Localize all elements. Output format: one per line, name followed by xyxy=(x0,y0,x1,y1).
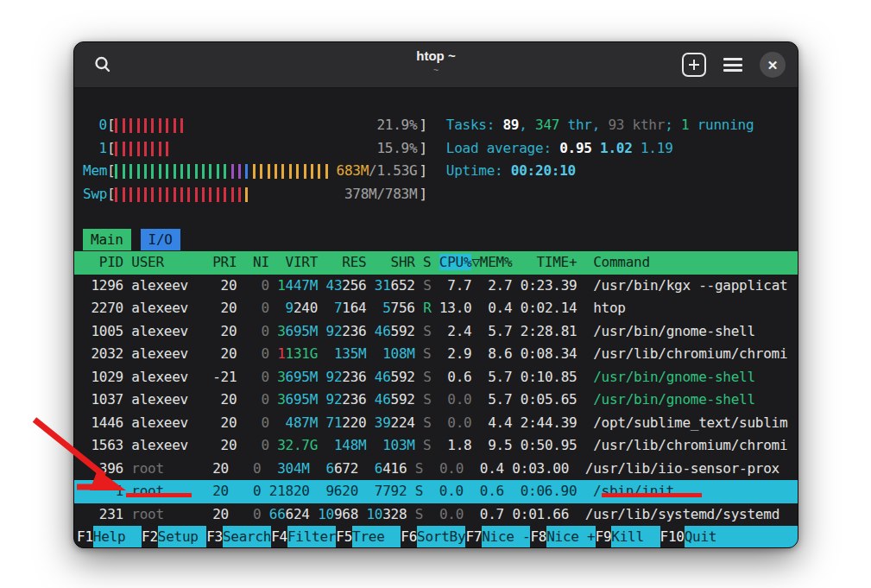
meter-tick xyxy=(325,164,328,179)
meter-tick xyxy=(159,187,161,202)
meter-tick xyxy=(151,164,154,179)
meter-bar: 15.9% xyxy=(115,137,419,161)
fkey-action-nice-[interactable]: Nice - xyxy=(482,526,530,548)
meter-tick xyxy=(159,118,161,133)
console-window: htop ~ ~ ✕ 0[21.9%]Tasks: 89, 347 thr, 9… xyxy=(73,41,798,548)
meter-tick xyxy=(231,164,234,179)
meter-tick xyxy=(137,187,140,202)
new-tab-button[interactable] xyxy=(682,53,706,77)
meters-block: 0[21.9%]Tasks: 89, 347 thr, 93 kthr; 1 r… xyxy=(74,114,798,205)
meter-tick xyxy=(268,164,270,179)
window-title-block: htop ~ ~ xyxy=(416,48,455,75)
meter-tick xyxy=(137,164,140,179)
meter-tick xyxy=(151,187,154,202)
process-row[interactable]: 1005 alexeev 20 0 3695M 92236 46592 S 2.… xyxy=(74,320,798,344)
process-row[interactable]: 2032 alexeev 20 0 1131G 135M 108M S 2.9 … xyxy=(74,343,798,366)
meter-tick xyxy=(224,187,226,202)
process-row[interactable]: 396 root 20 0 304M 6672 6416 S 0.0 0.4 0… xyxy=(74,458,798,481)
process-row[interactable]: 1029 alexeev -21 0 3695M 92236 46592 S 0… xyxy=(74,366,798,389)
fkey-action-search[interactable]: Search xyxy=(223,526,271,548)
fkey-action-setup[interactable]: Setup xyxy=(158,526,206,548)
fkey-action-kill[interactable]: Kill xyxy=(611,526,660,548)
meter-tick xyxy=(144,118,147,133)
fkey-f2[interactable]: F2 xyxy=(142,526,158,548)
meter-tick xyxy=(159,142,161,156)
meter-value-text: 683M/1.53G xyxy=(337,160,418,183)
meter-line-1: 1[15.9%]Load average: 0.95 1.02 1.19 xyxy=(74,137,798,161)
search-button[interactable] xyxy=(90,52,116,78)
process-row[interactable]: 1296 alexeev 20 0 1447M 43256 31652 S 7.… xyxy=(74,275,798,298)
meter-tick xyxy=(209,164,211,179)
screen-tabs: MainI/O xyxy=(74,229,798,252)
meter-tick xyxy=(129,187,132,202)
meter-tick xyxy=(166,118,168,133)
meter-tick xyxy=(245,164,248,179)
fkey-f4[interactable]: F4 xyxy=(271,526,287,548)
meter-tick xyxy=(245,187,248,202)
meter-tick xyxy=(281,164,284,179)
meter-label: Swp xyxy=(83,183,107,206)
meter-tick xyxy=(123,164,125,179)
meter-tick xyxy=(195,187,198,202)
fkey-action-sortby[interactable]: SortBy xyxy=(417,526,465,548)
meter-tick xyxy=(224,164,226,179)
fkey-f5[interactable]: F5 xyxy=(336,526,352,548)
meter-tick xyxy=(144,187,147,202)
meter-tick xyxy=(166,187,168,202)
meter-line-mem: Mem[683M/1.53G]Uptime: 00:20:10 xyxy=(74,160,798,183)
tab-i-o[interactable]: I/O xyxy=(141,229,180,250)
fkey-action-tree[interactable]: Tree xyxy=(352,526,401,548)
fkey-f9[interactable]: F9 xyxy=(596,526,612,548)
meter-tick xyxy=(129,118,132,133)
fkey-action-quit[interactable]: Quit xyxy=(685,526,798,548)
summary-text: Load average: 0.95 1.02 1.19 xyxy=(446,140,673,156)
fkey-f7[interactable]: F7 xyxy=(465,526,482,548)
meter-tick xyxy=(231,187,234,202)
process-row[interactable]: 231 root 20 0 66624 10968 10328 S 0.0 0.… xyxy=(74,503,798,527)
process-row-selected[interactable]: 1 root 20 0 21820 9620 7792 S 0.0 0.6 0:… xyxy=(74,480,798,503)
meter-value-text: 15.9% xyxy=(376,137,417,161)
process-rows: 1296 alexeev 20 0 1447M 43256 31652 S 7.… xyxy=(74,275,798,527)
meter-tick xyxy=(115,164,117,179)
menu-button[interactable] xyxy=(723,58,742,72)
meter-bar: 378M/783M xyxy=(115,183,419,206)
table-header[interactable]: PID USER PRI NI VIRT RES SHR S CPU%▽MEM%… xyxy=(74,251,798,275)
meter-label: Mem xyxy=(83,160,107,183)
process-row[interactable]: 1446 alexeev 20 0 487M 71220 39224 S 0.0… xyxy=(74,412,798,435)
fkey-action-filter[interactable]: Filter xyxy=(287,526,336,548)
meter-tick xyxy=(115,118,117,133)
meter-tick xyxy=(123,187,125,202)
meter-tick xyxy=(174,164,176,179)
search-icon xyxy=(93,55,112,74)
process-row[interactable]: 2270 alexeev 20 0 9240 7164 5756 R 13.0 … xyxy=(74,297,798,320)
meter-tick xyxy=(275,164,277,179)
fkey-action-nice-[interactable]: Nice + xyxy=(546,526,595,548)
process-row[interactable]: 1037 alexeev 20 0 3695M 92236 46592 S 0.… xyxy=(74,389,798,412)
fkey-f3[interactable]: F3 xyxy=(206,526,223,548)
meter-tick xyxy=(187,164,190,179)
tab-main[interactable]: Main xyxy=(83,229,131,250)
sort-column-cpu[interactable]: CPU% xyxy=(439,254,472,270)
fkey-action-help[interactable]: Help xyxy=(93,526,142,548)
close-button[interactable]: ✕ xyxy=(760,52,786,78)
fkey-f10[interactable]: F10 xyxy=(660,526,685,548)
meter-value-text: 21.9% xyxy=(376,114,417,137)
blank-line xyxy=(74,205,798,229)
meter-tick xyxy=(195,164,198,179)
plus-square-icon xyxy=(682,53,706,77)
fkey-f1[interactable]: F1 xyxy=(77,526,93,548)
meter-label: 1 xyxy=(83,137,107,161)
meter-tick xyxy=(318,164,320,179)
meter-line-0: 0[21.9%]Tasks: 89, 347 thr, 93 kthr; 1 r… xyxy=(74,114,798,137)
meter-tick xyxy=(144,164,147,179)
fkey-f6[interactable]: F6 xyxy=(401,526,417,548)
titlebar: htop ~ ~ ✕ xyxy=(74,42,798,88)
process-row[interactable]: 1563 alexeev 20 0 32.7G 148M 103M S 1.8 … xyxy=(74,434,798,458)
summary-text: Uptime: 00:20:10 xyxy=(446,162,576,179)
meter-tick xyxy=(115,142,117,156)
fkey-f8[interactable]: F8 xyxy=(530,526,546,548)
meter-tick xyxy=(296,164,299,179)
close-icon: ✕ xyxy=(767,59,779,72)
meter-tick xyxy=(253,164,256,179)
meter-bar: 683M/1.53G xyxy=(115,160,419,183)
